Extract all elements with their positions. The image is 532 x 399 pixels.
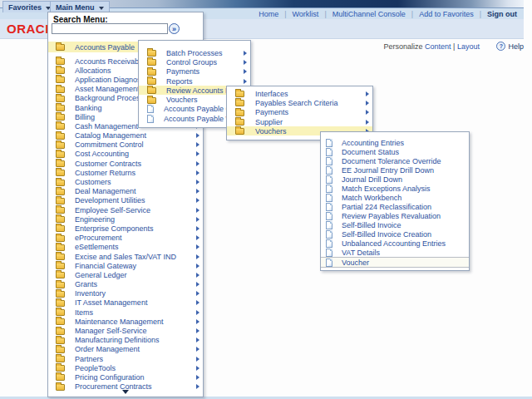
menu-item-journal-drill-down[interactable]: Journal Drill Down xyxy=(321,175,469,184)
submenu-arrow-icon xyxy=(196,180,200,185)
menu-item-label: Manager Self-Service xyxy=(75,327,147,335)
menu-item-items[interactable]: Items xyxy=(48,308,203,317)
personalize-content-link[interactable]: Content xyxy=(425,42,451,51)
menu-item-customers[interactable]: Customers xyxy=(48,177,203,186)
header-link-multichannel-console[interactable]: MultiChannel Console xyxy=(332,10,406,18)
menu-item-it-asset-management[interactable]: IT Asset Management xyxy=(48,298,203,308)
menu-item-esettlements[interactable]: eSettlements xyxy=(48,243,203,252)
menu-item-maintenance-management[interactable]: Maintenance Management xyxy=(48,317,203,326)
menu-item-self-billed-invoice[interactable]: Self-Billed Invoice xyxy=(321,220,469,229)
menu-item-label: Inventory xyxy=(75,289,106,298)
menu-item-label: Items xyxy=(75,308,93,317)
menu-item-excise-and-sales-tax-vat-ind[interactable]: Excise and Sales Tax/VAT IND xyxy=(48,252,203,261)
submenu-arrow-icon xyxy=(244,79,247,84)
menu-item-payables-search-criteria[interactable]: Payables Search Criteria xyxy=(227,98,372,107)
menu-item-label: Grants xyxy=(75,280,97,288)
menu-item-supplier[interactable]: Supplier xyxy=(227,117,372,126)
menu-item-enterprise-components[interactable]: Enterprise Components xyxy=(48,224,203,233)
menu-item-financial-gateway[interactable]: Financial Gateway xyxy=(48,261,203,270)
menu-item-customer-returns[interactable]: Customer Returns xyxy=(48,168,203,177)
menu-item-eprocurement[interactable]: eProcurement xyxy=(48,234,203,243)
menu-item-vat-details[interactable]: VAT Details xyxy=(321,248,469,257)
menu-item-label: Payments xyxy=(255,108,288,116)
document-icon xyxy=(326,194,332,202)
menu-item-voucher[interactable]: Voucher xyxy=(321,257,469,268)
sign-out-link[interactable]: Sign out xyxy=(487,10,517,18)
menu-item-order-management[interactable]: Order Management xyxy=(48,345,203,354)
menu-item-label: Development Utilities xyxy=(75,196,145,204)
menu-item-interfaces[interactable]: Interfaces xyxy=(227,89,372,98)
menu-item-cost-accounting[interactable]: Cost Accounting xyxy=(48,150,203,159)
folder-icon xyxy=(235,110,244,116)
menu-item-pricing-configuration[interactable]: Pricing Configuration xyxy=(48,372,203,382)
separator: | xyxy=(480,10,481,18)
submenu-arrow-icon xyxy=(196,319,200,324)
menu-item-customer-contracts[interactable]: Customer Contracts xyxy=(48,159,203,168)
menu-item-label: Maintenance Management xyxy=(75,318,164,326)
menu-item-commitment-control[interactable]: Commitment Control xyxy=(48,140,203,150)
search-go-button[interactable]: » xyxy=(169,23,180,34)
menu-item-match-workbench[interactable]: Match Workbench xyxy=(321,193,469,202)
folder-icon xyxy=(56,133,65,140)
separator: | xyxy=(453,42,455,51)
menu-item-label: Payments xyxy=(166,67,200,76)
menu-item-general-ledger[interactable]: General Ledger xyxy=(48,270,203,279)
menu-item-label: Catalog Management xyxy=(75,131,146,140)
folder-icon xyxy=(235,100,244,106)
menu-item-grants[interactable]: Grants xyxy=(48,280,203,289)
menu-item-partners[interactable]: Partners xyxy=(48,354,203,363)
menu-item-document-tolerance-override[interactable]: Document Tolerance Override xyxy=(321,156,469,165)
menu-item-self-billed-invoice-creation[interactable]: Self-Billed Invoice Creation xyxy=(321,229,469,239)
menu-item-development-utilities[interactable]: Development Utilities xyxy=(48,196,203,205)
menu-item-review-payables-revaluation[interactable]: Review Payables Revaluation xyxy=(321,211,469,220)
menu-item-manager-self-service[interactable]: Manager Self-Service xyxy=(48,326,203,335)
folder-icon xyxy=(235,91,244,97)
menu-item-partial-224-reclassification[interactable]: Partial 224 Reclassification xyxy=(321,202,469,211)
menu-level4-list: Accounting EntriesDocument StatusDocumen… xyxy=(321,138,469,268)
menu-item-document-status[interactable]: Document Status xyxy=(321,147,469,156)
personalize-layout-link[interactable]: Layout xyxy=(457,42,480,51)
folder-icon xyxy=(56,225,65,232)
menu-item-control-groups[interactable]: Control Groups xyxy=(139,57,250,66)
menu-item-label: Customer Contracts xyxy=(75,160,141,168)
menu-item-label: Batch Processes xyxy=(166,49,223,57)
menu-item-deal-management[interactable]: Deal Management xyxy=(48,187,203,196)
folder-icon xyxy=(56,216,65,223)
main-menu-tab[interactable]: Main Menu xyxy=(50,1,110,12)
header-link-add-to-favorites[interactable]: Add to Favorites xyxy=(419,10,474,18)
vouchers-submenu-panel: Accounting EntriesDocument StatusDocumen… xyxy=(320,131,470,271)
menu-item-unbalanced-accounting-entries[interactable]: Unbalanced Accounting Entries xyxy=(321,239,469,248)
document-icon xyxy=(147,115,154,123)
menu-item-accounting-entries[interactable]: Accounting Entries xyxy=(321,138,469,147)
submenu-arrow-icon xyxy=(196,151,200,156)
header-link-worklist[interactable]: Worklist xyxy=(293,10,319,18)
menu-item-label: PeopleTools xyxy=(75,364,116,372)
menu-item-label: Customers xyxy=(75,178,111,186)
folder-icon xyxy=(56,244,65,251)
header-link-home[interactable]: Home xyxy=(259,10,278,18)
favorites-menu-tab[interactable]: Favorites xyxy=(2,1,57,12)
help-link[interactable]: ? Help xyxy=(496,42,524,51)
menu-item-manufacturing-definitions[interactable]: Manufacturing Definitions xyxy=(48,336,203,345)
menu-item-label: Deal Management xyxy=(75,187,136,195)
menu-item-label: Order Management xyxy=(75,345,140,353)
menu-item-employee-self-service[interactable]: Employee Self-Service xyxy=(48,205,203,214)
scroll-down-icon[interactable] xyxy=(122,390,129,394)
menu-item-batch-processes[interactable]: Batch Processes xyxy=(139,48,250,57)
menu-item-reports[interactable]: Reports xyxy=(139,76,250,86)
menu-item-engineering[interactable]: Engineering xyxy=(48,214,203,224)
document-icon xyxy=(326,185,332,193)
menu-item-catalog-management[interactable]: Catalog Management xyxy=(48,131,203,140)
submenu-arrow-icon xyxy=(196,291,200,296)
menu-item-payments[interactable]: Payments xyxy=(139,67,250,76)
menu-item-payments[interactable]: Payments xyxy=(227,108,372,117)
folder-icon xyxy=(56,337,65,344)
document-icon xyxy=(326,139,332,147)
search-menu-input[interactable] xyxy=(52,23,168,34)
menu-item-ee-journal-entry-drill-down[interactable]: EE Journal Entry Drill Down xyxy=(321,165,469,175)
menu-item-label: Supplier xyxy=(255,118,283,126)
menu-item-peopletools[interactable]: PeopleTools xyxy=(48,363,203,372)
menu-item-inventory[interactable]: Inventory xyxy=(48,289,203,298)
menu-item-match-exceptions-analysis[interactable]: Match Exceptions Analysis xyxy=(321,184,469,193)
folder-icon xyxy=(147,50,156,57)
